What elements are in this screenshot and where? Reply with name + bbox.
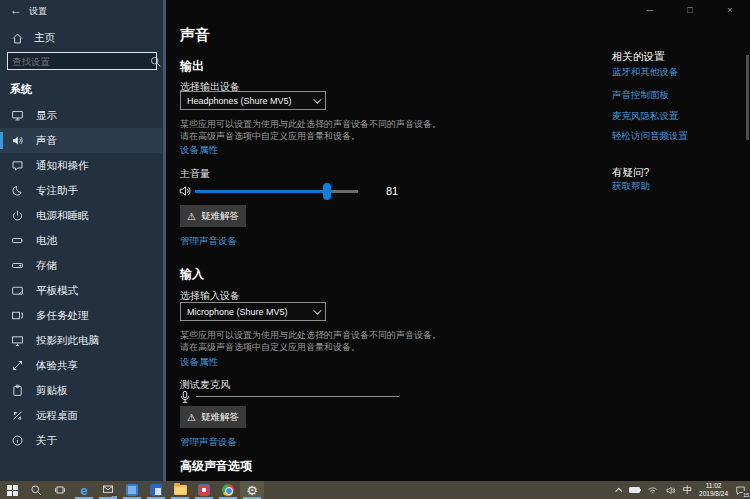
search-icon[interactable] [148, 54, 162, 68]
translator-icon [150, 484, 162, 496]
sidebar-item-label: 剪贴板 [36, 384, 68, 398]
sidebar-item-focus-assist[interactable]: 专注助手 [0, 178, 162, 203]
battery-icon [10, 234, 24, 248]
volume-slider-thumb[interactable] [323, 183, 331, 200]
sidebar-item-label: 平板模式 [36, 284, 78, 298]
warning-icon: ⚠ [187, 412, 196, 423]
output-section-title: 输出 [180, 58, 204, 75]
search-box[interactable] [7, 52, 157, 70]
main-scrollbar[interactable] [746, 55, 749, 140]
related-link-mic-privacy[interactable]: 麦克风隐私设置 [612, 110, 679, 123]
taskbar-app-translator[interactable] [144, 481, 168, 499]
clipboard-icon [10, 384, 24, 398]
input-manage-devices-link[interactable]: 管理声音设备 [180, 436, 237, 449]
taskbar-left: e 12 ⚙ [0, 481, 264, 499]
sidebar-item-tablet-mode[interactable]: 平板模式 [0, 278, 162, 303]
red-app-icon [198, 484, 210, 496]
advanced-section-title: 高级声音选项 [180, 458, 252, 475]
related-link-sound-control-panel[interactable]: 声音控制面板 [612, 89, 669, 102]
sidebar-item-label: 电池 [36, 234, 57, 248]
input-device-dropdown[interactable]: Microphone (Shure MV5) [180, 302, 326, 321]
ime-indicator[interactable]: 中 [683, 484, 692, 497]
sidebar-item-remote-desktop[interactable]: 远程桌面 [0, 403, 162, 428]
sidebar-item-power-sleep[interactable]: 电源和睡眠 [0, 203, 162, 228]
remote-desktop-icon [10, 409, 24, 423]
titlebar-left: ← 设置 [0, 0, 166, 26]
project-icon [10, 334, 24, 348]
sidebar-item-label: 存储 [36, 259, 57, 273]
sidebar-item-shared-experiences[interactable]: 体验共享 [0, 353, 162, 378]
sidebar-item-label: 远程桌面 [36, 409, 78, 423]
sidebar-item-notifications[interactable]: 通知和操作 [0, 153, 162, 178]
output-manage-devices-link[interactable]: 管理声音设备 [180, 235, 237, 248]
sidebar-item-display[interactable]: 显示 [0, 103, 162, 128]
taskbar-app-file-explorer[interactable] [168, 481, 192, 499]
system-tray: 中 11:02 2019/8/24 15 [617, 481, 746, 499]
wifi-icon [647, 485, 658, 496]
tray-volume[interactable] [665, 485, 676, 496]
taskbar-app-mail[interactable]: 12 [96, 481, 120, 499]
sidebar-item-label: 体验共享 [36, 359, 78, 373]
microphone-icon [178, 390, 192, 404]
tablet-icon [10, 284, 24, 298]
output-device-properties-link[interactable]: 设备属性 [180, 144, 218, 157]
storage-icon [10, 259, 24, 273]
related-link-ease-of-access[interactable]: 轻松访问音频设置 [612, 130, 688, 143]
minimize-button[interactable]: ─ [630, 0, 670, 20]
volume-slider[interactable] [195, 190, 358, 193]
windows-logo-icon [7, 485, 18, 496]
display-icon [10, 109, 24, 123]
sidebar-item-clipboard[interactable]: 剪贴板 [0, 378, 162, 403]
sidebar-item-sound[interactable]: 声音 [0, 128, 162, 153]
search-icon [30, 484, 42, 496]
search-input[interactable] [8, 56, 148, 67]
volume-speaker-icon[interactable] [178, 184, 192, 198]
tray-battery[interactable] [629, 487, 640, 493]
sidebar-item-multitasking[interactable]: 多任务处理 [0, 303, 162, 328]
tray-clock[interactable]: 11:02 2019/8/24 [699, 482, 728, 498]
related-link-bluetooth[interactable]: 蓝牙和其他设备 [612, 66, 679, 79]
clock-time: 11:02 [706, 482, 722, 490]
sidebar-item-battery[interactable]: 电池 [0, 228, 162, 253]
sidebar-item-label: 显示 [36, 109, 57, 123]
tray-action-center[interactable]: 15 [735, 485, 746, 496]
back-button[interactable]: ← [10, 3, 22, 17]
output-device-dropdown[interactable]: Headphones (Shure MV5) [180, 91, 326, 110]
sidebar-item-projecting[interactable]: 投影到此电脑 [0, 328, 162, 353]
sidebar-item-home[interactable]: 主页 [0, 28, 166, 48]
sidebar-item-about[interactable]: 关于 [0, 428, 162, 453]
get-help-link[interactable]: 获取帮助 [612, 180, 650, 193]
taskbar-app-red[interactable] [192, 481, 216, 499]
tray-show-hidden-icons[interactable] [617, 488, 622, 493]
sidebar-item-label: 通知和操作 [36, 159, 89, 173]
taskbar-search-button[interactable] [24, 481, 48, 499]
input-section-title: 输入 [180, 266, 204, 283]
sidebar-item-storage[interactable]: 存储 [0, 253, 162, 278]
task-view-icon [54, 484, 66, 496]
close-button[interactable]: × [710, 0, 750, 20]
home-icon [10, 31, 24, 45]
input-description: 某些应用可以设置为使用与此处选择的声音设备不同的声音设备。 请在高级声音选项中自… [180, 329, 441, 353]
output-description: 某些应用可以设置为使用与此处选择的声音设备不同的声音设备。 请在高级声音选项中自… [180, 118, 441, 142]
focus-assist-icon [10, 184, 24, 198]
settings-window: ← 设置 主页 系统 显示 声音 [0, 0, 750, 499]
taskbar-app-photos[interactable] [120, 481, 144, 499]
chevron-up-icon [615, 487, 622, 494]
taskbar-app-settings[interactable]: ⚙ [240, 481, 264, 499]
task-view-button[interactable] [48, 481, 72, 499]
gear-icon: ⚙ [246, 484, 258, 497]
tray-wifi[interactable] [647, 485, 658, 496]
maximize-button[interactable]: □ [670, 0, 710, 20]
input-device-properties-link[interactable]: 设备属性 [180, 356, 218, 369]
output-device-value: Headphones (Shure MV5) [187, 96, 313, 106]
output-troubleshoot-button[interactable]: ⚠ 疑难解答 [180, 205, 246, 227]
sidebar-item-label: 电源和睡眠 [36, 209, 89, 223]
warning-icon: ⚠ [187, 211, 196, 222]
taskbar-app-edge[interactable]: e [72, 481, 96, 499]
sidebar-nav: 显示 声音 通知和操作 专注助手 电源和睡眠 电池 [0, 103, 162, 453]
input-troubleshoot-button[interactable]: ⚠ 疑难解答 [180, 406, 246, 428]
start-button[interactable] [0, 481, 24, 499]
taskbar-app-chrome[interactable] [216, 481, 240, 499]
battery-icon [629, 487, 640, 493]
app-title: 设置 [29, 5, 47, 18]
